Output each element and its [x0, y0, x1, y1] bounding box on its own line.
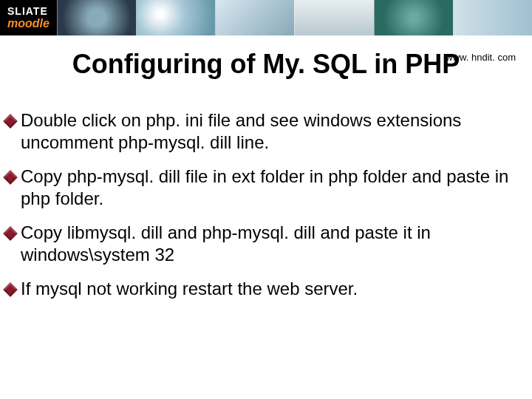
banner-images	[57, 0, 532, 35]
content-area: Double click on php. ini file and see wi…	[0, 109, 532, 300]
bullet-text: Copy php-mysql. dill file in ext folder …	[19, 166, 526, 210]
header-banner: SLIATE moodle	[0, 0, 532, 35]
banner-image-4	[294, 0, 373, 35]
diamond-bullet-icon	[4, 284, 16, 296]
banner-image-3	[215, 0, 294, 35]
diamond-bullet-icon	[4, 171, 16, 183]
logo-text-top: SLIATE	[7, 5, 50, 17]
list-item: If mysql not working restart the web ser…	[0, 278, 526, 300]
banner-image-2	[136, 0, 215, 35]
title-row: Configuring of My. SQL in PHP www. hndit…	[0, 49, 532, 80]
list-item: Copy libmysql. dill and php-mysql. dill …	[0, 222, 526, 266]
banner-image-5	[374, 0, 453, 35]
diamond-bullet-icon	[4, 115, 16, 127]
diamond-bullet-icon	[4, 228, 16, 239]
slide-title: Configuring of My. SQL in PHP	[15, 49, 517, 80]
bullet-text: Double click on php. ini file and see wi…	[19, 109, 526, 154]
list-item: Double click on php. ini file and see wi…	[0, 109, 526, 154]
logo-area: SLIATE moodle	[0, 0, 57, 35]
bullet-text: Copy libmysql. dill and php-mysql. dill …	[19, 222, 526, 266]
bullet-text: If mysql not working restart the web ser…	[19, 278, 526, 300]
banner-image-6	[453, 0, 532, 35]
site-url: www. hndit. com	[446, 52, 516, 63]
logo-text-bottom: moodle	[7, 17, 50, 30]
list-item: Copy php-mysql. dill file in ext folder …	[0, 166, 526, 210]
banner-image-1	[57, 0, 136, 35]
